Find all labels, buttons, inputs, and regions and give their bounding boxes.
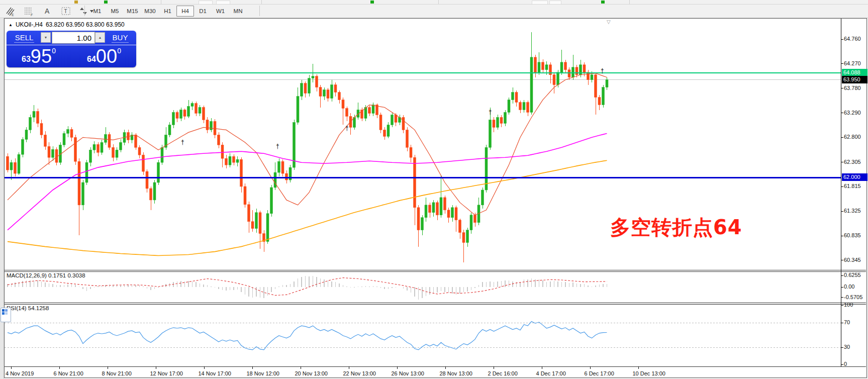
candle-body bbox=[67, 129, 69, 133]
volume-decrease-button[interactable]: ▼ bbox=[41, 32, 51, 43]
rsi-scale-label: 100 bbox=[844, 302, 853, 308]
buy-price[interactable]: 64 00 0 bbox=[72, 45, 136, 67]
chart-canvas[interactable]: ††††† bbox=[5, 19, 866, 377]
toolbar-chip-gold bbox=[74, 1, 78, 4]
buy-price-big: 00 bbox=[96, 46, 117, 66]
svg-text:E: E bbox=[12, 13, 14, 17]
candle-body bbox=[489, 120, 492, 147]
clipped-toolbar-row bbox=[0, 0, 868, 5]
candle-body bbox=[281, 161, 284, 173]
candle-body bbox=[342, 100, 344, 109]
rsi-indicator-label: RSI(14) 54.1258 bbox=[7, 305, 49, 311]
candle-body bbox=[575, 67, 578, 75]
candle-body bbox=[206, 120, 209, 130]
candle-body bbox=[327, 90, 329, 99]
candle-body bbox=[40, 123, 43, 135]
timeframe-M15[interactable]: M15 bbox=[124, 6, 141, 17]
candle-body bbox=[421, 218, 424, 230]
chart-text-annotation: 多空转折点64 bbox=[610, 214, 742, 241]
chart-window[interactable]: ††††† ▲ UKOil-,H4 63.820 63.950 63.800 6… bbox=[4, 18, 867, 378]
toolbar-separator bbox=[438, 0, 439, 4]
macd-scale-label: -0.5705 bbox=[844, 294, 862, 300]
price-axis-label: 62.800 bbox=[844, 134, 861, 140]
candle-body bbox=[274, 172, 276, 187]
volume-increase-button[interactable]: ▲ bbox=[95, 32, 105, 43]
timeframe-D1[interactable]: D1 bbox=[194, 6, 212, 17]
candle-body bbox=[37, 112, 39, 124]
timeframe-MN[interactable]: MN bbox=[229, 6, 247, 17]
date-axis-label: 20 Nov 13:00 bbox=[295, 370, 328, 376]
candle-body bbox=[425, 205, 427, 218]
volume-input[interactable] bbox=[52, 32, 95, 44]
sell-button[interactable]: SELL bbox=[8, 32, 41, 44]
candle-body bbox=[161, 147, 163, 162]
candle-body bbox=[183, 110, 186, 117]
candle-body bbox=[74, 137, 77, 161]
icon-tile bbox=[2, 312, 5, 315]
candle-body bbox=[168, 125, 171, 135]
candle-body bbox=[395, 115, 397, 122]
price-axis-label: 63.780 bbox=[844, 85, 861, 91]
dagger-mark: † bbox=[489, 109, 492, 116]
text-label-icon[interactable]: T bbox=[59, 5, 73, 17]
toolbar-separator bbox=[261, 0, 262, 4]
price-axis-label: 61.815 bbox=[844, 183, 861, 189]
candle-body bbox=[447, 210, 450, 218]
mt4-terminal: { "titlebar": {"symbol": "UKOil-,H4", "o… bbox=[0, 0, 868, 379]
candle-body bbox=[542, 62, 544, 70]
sell-price[interactable]: 63 95 0 bbox=[7, 45, 71, 67]
candle-body bbox=[270, 187, 273, 214]
candle-body bbox=[120, 142, 122, 150]
toolbar-partial-button bbox=[532, 1, 548, 4]
macd-signal-line bbox=[8, 278, 607, 296]
toolbar-chip-green bbox=[601, 1, 605, 4]
date-axis-label: 10 Dec 13:00 bbox=[633, 370, 665, 376]
timeframe-W1[interactable]: W1 bbox=[212, 6, 229, 17]
dagger-mark: † bbox=[276, 143, 279, 150]
price-axis-label: 64.270 bbox=[844, 60, 861, 66]
candle-body bbox=[512, 92, 514, 100]
candle-body bbox=[530, 57, 533, 113]
equidistant-channel-icon[interactable]: E bbox=[3, 5, 17, 17]
toolbar-separator bbox=[629, 0, 630, 4]
date-axis-label: 2 Dec 16:00 bbox=[488, 370, 518, 376]
candle-body bbox=[251, 222, 254, 229]
candle-body bbox=[48, 146, 50, 157]
candle-body bbox=[493, 120, 495, 127]
candle-body bbox=[462, 233, 465, 243]
candle-body bbox=[101, 142, 103, 152]
svg-text:F: F bbox=[31, 13, 33, 17]
candle-body bbox=[470, 215, 472, 230]
date-axis-label: 8 Nov 21:00 bbox=[102, 370, 132, 376]
candle-body bbox=[25, 130, 28, 139]
symbol-ohlc: 63.820 63.950 63.800 63.950 bbox=[46, 21, 125, 28]
timeframe-H1[interactable]: H1 bbox=[159, 6, 176, 17]
timeframe-M30[interactable]: M30 bbox=[141, 6, 159, 17]
buy-button[interactable]: BUY bbox=[105, 32, 135, 44]
candle-body bbox=[301, 83, 303, 97]
timeframe-H4[interactable]: H4 bbox=[176, 6, 194, 17]
fibonacci-icon[interactable]: F bbox=[22, 5, 36, 17]
candle-body bbox=[459, 220, 461, 233]
candle-body bbox=[78, 161, 80, 205]
rsi-line bbox=[8, 322, 607, 350]
candle-body bbox=[150, 188, 152, 200]
candle-body bbox=[331, 85, 333, 99]
date-axis-label: 12 Nov 17:00 bbox=[150, 370, 183, 376]
candle-body bbox=[142, 155, 145, 171]
candle-body bbox=[146, 171, 148, 188]
timeframe-M1[interactable]: M1 bbox=[88, 6, 106, 17]
candle-body bbox=[33, 112, 35, 118]
chart-shift-marker-icon[interactable]: ▽ bbox=[607, 19, 611, 25]
candle-body bbox=[297, 97, 299, 123]
dock-panel-icon[interactable] bbox=[1, 308, 11, 322]
candle-body bbox=[455, 208, 457, 220]
candle-body bbox=[440, 198, 442, 215]
dagger-mark: † bbox=[345, 125, 349, 132]
date-axis-label: 6 Nov 21:00 bbox=[54, 370, 83, 376]
timeframe-M5[interactable]: M5 bbox=[106, 6, 124, 17]
candle-body bbox=[138, 147, 141, 155]
text-icon[interactable]: A bbox=[40, 5, 54, 17]
candle-body bbox=[417, 208, 420, 230]
candle-body bbox=[451, 208, 454, 218]
